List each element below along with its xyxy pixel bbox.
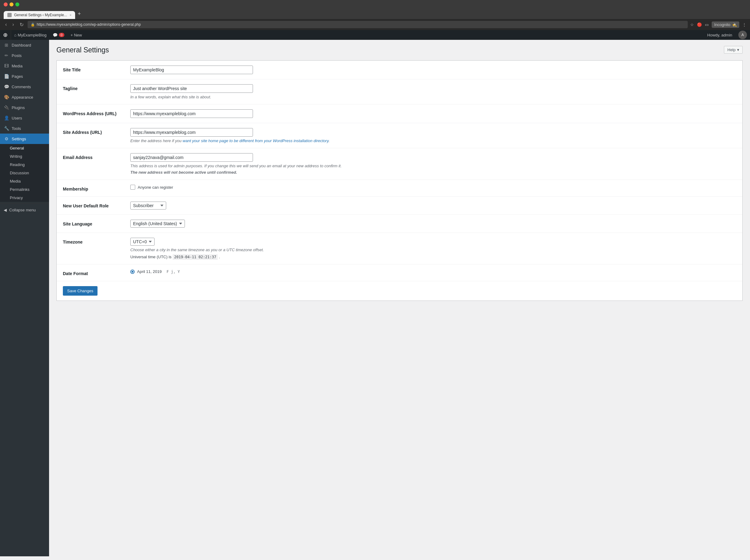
cast-icon[interactable]: ▭ bbox=[705, 22, 709, 27]
site-title-input[interactable] bbox=[130, 66, 253, 74]
wp-address-row: WordPress Address (URL) bbox=[57, 104, 742, 123]
sidebar-item-appearance[interactable]: 🎨 Appearance bbox=[0, 92, 49, 102]
howdy-label: Howdy, admin bbox=[704, 33, 735, 37]
date-format-row: Date Format April 11, 2019 F j, Y bbox=[57, 264, 742, 281]
help-button[interactable]: Help ▾ bbox=[724, 46, 743, 54]
site-address-hint-link[interactable]: want your site home page to be different… bbox=[183, 139, 329, 143]
collapse-menu-button[interactable]: ◀ Collapse menu bbox=[0, 205, 49, 215]
posts-icon: ✏ bbox=[4, 53, 9, 58]
utc-prefix: Universal time (UTC) is bbox=[130, 254, 173, 259]
site-title-field bbox=[130, 66, 736, 74]
sidebar-label-comments: Comments bbox=[12, 85, 31, 89]
incognito-badge: Incognito 🕵 bbox=[712, 21, 739, 28]
sidebar-label-users: Users bbox=[12, 116, 22, 120]
submenu-general[interactable]: General bbox=[0, 144, 49, 152]
submenu-permalinks[interactable]: Permalinks bbox=[0, 185, 49, 193]
email-hint-2: The new address will not become active u… bbox=[130, 170, 736, 174]
star-icon[interactable]: ☆ bbox=[690, 22, 694, 27]
main-content: Help ▾ General Settings Site Title Tagli… bbox=[49, 40, 750, 556]
date-format-radio[interactable] bbox=[130, 270, 135, 274]
url-text: https://www.myexampleblog.com/wp-admin/o… bbox=[37, 22, 141, 27]
submenu-writing[interactable]: Writing bbox=[0, 152, 49, 161]
appearance-icon: 🎨 bbox=[4, 95, 9, 100]
settings-form: Site Title Tagline In a few words, expla… bbox=[56, 60, 743, 301]
admin-bar-new[interactable]: + New bbox=[67, 30, 85, 40]
tagline-row: Tagline In a few words, explain what thi… bbox=[57, 79, 742, 104]
sidebar-label-pages: Pages bbox=[12, 74, 23, 79]
reload-button[interactable]: ↻ bbox=[18, 21, 25, 28]
admin-bar-comments[interactable]: 💬 0 bbox=[50, 30, 67, 40]
membership-checkbox-label: Anyone can register bbox=[138, 185, 173, 190]
browser-addressbar: ‹ › ↻ 🔒 https://www.myexampleblog.com/wp… bbox=[0, 19, 750, 30]
membership-label: Membership bbox=[63, 185, 130, 191]
new-user-role-field: Subscriber Contributor Author Editor Adm… bbox=[130, 202, 736, 210]
site-title-row: Site Title bbox=[57, 61, 742, 79]
sidebar-item-tools[interactable]: 🔧 Tools bbox=[0, 123, 49, 133]
tagline-hint: In a few words, explain what this site i… bbox=[130, 95, 736, 99]
sidebar-item-plugins[interactable]: 🔌 Plugins bbox=[0, 102, 49, 113]
admin-bar-site-name[interactable]: ⌂ MyExampleBlog bbox=[11, 30, 50, 40]
maximize-dot[interactable] bbox=[15, 2, 19, 6]
wp-address-label: WordPress Address (URL) bbox=[63, 109, 130, 116]
utc-timestamp: 2019-04-11 02:21:37 bbox=[173, 254, 218, 260]
email-field-container: This address is used for admin purposes.… bbox=[130, 153, 736, 174]
sidebar-item-posts[interactable]: ✏ Posts bbox=[0, 50, 49, 61]
sidebar: ⊞ Dashboard ✏ Posts 🎞 Media 📄 Pages 💬 Co… bbox=[0, 40, 49, 556]
help-label: Help bbox=[727, 47, 735, 52]
browser-chrome: General Settings ‹ MyExample... × + ‹ › … bbox=[0, 0, 750, 30]
site-language-select[interactable]: English (United States) bbox=[130, 220, 185, 228]
timezone-select[interactable]: UTC+0 bbox=[130, 238, 155, 246]
submenu-media[interactable]: Media bbox=[0, 177, 49, 185]
browser-tab[interactable]: General Settings ‹ MyExample... × bbox=[4, 11, 75, 19]
browser-titlebar bbox=[0, 0, 750, 9]
site-address-field: Enter the address here if you want your … bbox=[130, 128, 736, 143]
date-format-value: April 11, 2019 bbox=[137, 269, 162, 274]
email-row: Email Address This address is used for a… bbox=[57, 148, 742, 180]
tagline-input[interactable] bbox=[130, 84, 253, 93]
date-format-field: April 11, 2019 F j, Y bbox=[130, 269, 736, 276]
minimize-dot[interactable] bbox=[9, 2, 14, 6]
new-tab-button[interactable]: + bbox=[75, 9, 83, 19]
sidebar-item-dashboard[interactable]: ⊞ Dashboard bbox=[0, 40, 49, 50]
collapse-label: Collapse menu bbox=[9, 208, 36, 212]
site-address-input[interactable] bbox=[130, 128, 253, 137]
submenu-reading[interactable]: Reading bbox=[0, 161, 49, 169]
sidebar-label-dashboard: Dashboard bbox=[12, 43, 31, 47]
settings-submenu: General Writing Reading Discussion Media… bbox=[0, 144, 49, 202]
sidebar-item-media[interactable]: 🎞 Media bbox=[0, 61, 49, 71]
tab-close-button[interactable]: × bbox=[70, 13, 72, 17]
sidebar-item-comments[interactable]: 💬 Comments bbox=[0, 82, 49, 92]
site-language-field: English (United States) bbox=[130, 220, 736, 228]
wp-address-field bbox=[130, 109, 736, 118]
sidebar-label-posts: Posts bbox=[12, 53, 22, 58]
wp-address-input[interactable] bbox=[130, 109, 253, 118]
sidebar-item-users[interactable]: 👤 Users bbox=[0, 113, 49, 123]
timezone-field: UTC+0 Choose either a city in the same t… bbox=[130, 238, 736, 259]
browser-actions: ☆ 🔴 ▭ Incognito 🕵 ⋮ bbox=[690, 21, 746, 28]
submenu-privacy[interactable]: Privacy bbox=[0, 193, 49, 202]
site-address-label: Site Address (URL) bbox=[63, 128, 130, 135]
submenu-discussion[interactable]: Discussion bbox=[0, 169, 49, 177]
save-changes-button[interactable]: Save Changes bbox=[63, 286, 98, 296]
browser-tab-bar: General Settings ‹ MyExample... × + bbox=[0, 9, 750, 19]
membership-checkbox[interactable] bbox=[130, 185, 135, 190]
new-user-role-select[interactable]: Subscriber Contributor Author Editor Adm… bbox=[130, 202, 166, 210]
address-bar[interactable]: 🔒 https://www.myexampleblog.com/wp-admin… bbox=[27, 21, 688, 28]
sidebar-item-pages[interactable]: 📄 Pages bbox=[0, 71, 49, 82]
forward-button[interactable]: › bbox=[11, 21, 15, 28]
menu-icon[interactable]: ⋮ bbox=[742, 22, 746, 27]
back-button[interactable]: ‹ bbox=[4, 21, 8, 28]
record-icon[interactable]: 🔴 bbox=[697, 22, 702, 27]
sidebar-item-settings[interactable]: ⚙ Settings bbox=[0, 133, 49, 144]
membership-field: Anyone can register bbox=[130, 185, 736, 191]
site-title-label: Site Title bbox=[63, 66, 130, 72]
comment-icon: 💬 bbox=[53, 33, 58, 37]
site-name-label: MyExampleBlog bbox=[18, 33, 46, 37]
close-dot[interactable] bbox=[4, 2, 8, 6]
email-input[interactable] bbox=[130, 153, 253, 162]
wp-logo[interactable]: ⊕ bbox=[0, 30, 11, 40]
sidebar-label-plugins: Plugins bbox=[12, 105, 25, 110]
tab-title: General Settings ‹ MyExample... bbox=[14, 13, 67, 17]
house-icon: ⌂ bbox=[14, 33, 17, 37]
timezone-hint: Choose either a city in the same timezon… bbox=[130, 248, 736, 252]
